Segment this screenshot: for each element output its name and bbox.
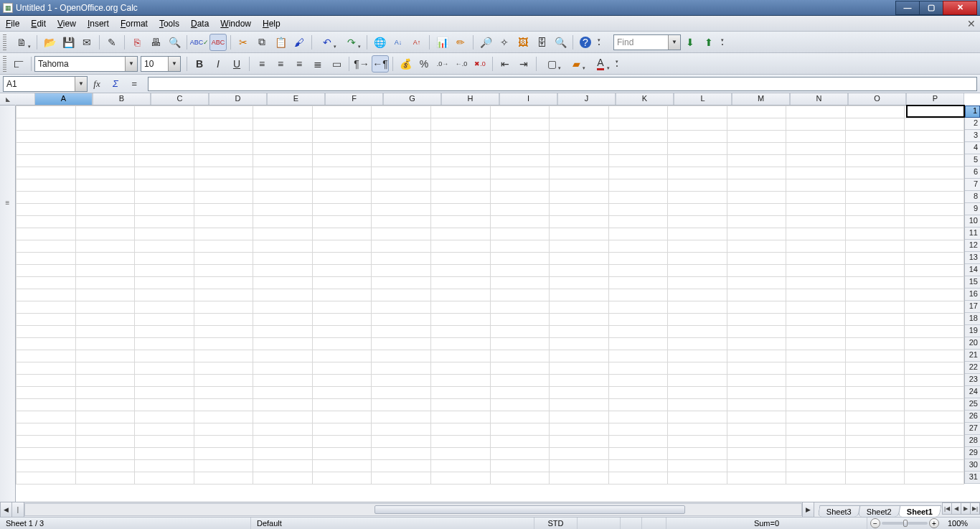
row-header-1[interactable]: 1 — [965, 106, 980, 118]
rtl-button[interactable]: ←¶ — [372, 55, 389, 72]
undo-button[interactable]: ↶ — [316, 34, 339, 51]
cell[interactable] — [75, 338, 135, 350]
cell[interactable] — [135, 131, 194, 143]
cell[interactable] — [135, 362, 194, 375]
cell[interactable] — [608, 131, 668, 143]
status-insert-mode[interactable]: STD — [534, 518, 578, 529]
cell[interactable] — [372, 216, 431, 228]
cell[interactable] — [905, 375, 964, 387]
cell[interactable] — [668, 362, 727, 375]
cell[interactable] — [253, 448, 313, 460]
row-header-16[interactable]: 16 — [965, 289, 980, 301]
cell[interactable] — [550, 314, 609, 326]
cell[interactable] — [135, 399, 194, 411]
zoom-out-button[interactable]: − — [870, 518, 880, 528]
cell[interactable] — [550, 375, 609, 387]
cell[interactable] — [194, 301, 253, 314]
print-button[interactable]: 🖶 — [147, 34, 164, 51]
cell[interactable] — [905, 265, 964, 277]
cell[interactable] — [135, 155, 194, 167]
underline-button[interactable]: U — [228, 55, 245, 72]
bgcolor-button[interactable]: ▰ — [565, 55, 588, 72]
cell[interactable] — [905, 106, 964, 118]
column-header-D[interactable]: D — [209, 93, 267, 105]
cell[interactable] — [786, 362, 846, 375]
cell[interactable] — [845, 448, 905, 460]
cell[interactable] — [550, 106, 609, 118]
column-header-B[interactable]: B — [93, 93, 151, 105]
cell[interactable] — [490, 118, 550, 131]
cell[interactable] — [845, 204, 905, 216]
cell[interactable] — [550, 362, 609, 375]
row-header-15[interactable]: 15 — [965, 276, 980, 289]
row-header-5[interactable]: 5 — [965, 154, 980, 167]
cell[interactable] — [845, 411, 905, 423]
cell[interactable] — [608, 192, 668, 204]
row-header-4[interactable]: 4 — [965, 142, 980, 154]
cell[interactable] — [135, 326, 194, 338]
cell[interactable] — [608, 460, 668, 472]
cell[interactable] — [253, 338, 313, 350]
cell[interactable] — [312, 106, 372, 118]
cell[interactable] — [253, 204, 313, 216]
cell[interactable] — [905, 301, 964, 314]
cell[interactable] — [845, 155, 905, 167]
cell[interactable] — [905, 448, 964, 460]
cell[interactable] — [312, 387, 372, 399]
cell[interactable] — [430, 338, 490, 350]
cell[interactable] — [490, 289, 550, 301]
cell[interactable] — [312, 326, 372, 338]
percent-button[interactable]: % — [415, 55, 433, 72]
cell[interactable] — [372, 399, 431, 411]
cell[interactable] — [905, 460, 964, 472]
cell[interactable] — [490, 375, 550, 387]
cell[interactable] — [550, 228, 609, 240]
cell[interactable] — [727, 216, 786, 228]
cell[interactable] — [905, 289, 964, 301]
cell[interactable] — [372, 265, 431, 277]
cell[interactable] — [253, 460, 313, 472]
cell[interactable] — [75, 216, 135, 228]
cell[interactable] — [490, 423, 550, 436]
row-header-6[interactable]: 6 — [965, 167, 980, 179]
borders-button[interactable]: ▢ — [540, 55, 563, 72]
cell[interactable] — [786, 301, 846, 314]
cell[interactable] — [845, 277, 905, 289]
cell[interactable] — [786, 375, 846, 387]
cell[interactable] — [727, 375, 786, 387]
cell[interactable] — [312, 253, 372, 265]
cell[interactable] — [608, 326, 668, 338]
cell[interactable] — [727, 314, 786, 326]
navigator-button[interactable]: ✧ — [496, 34, 513, 51]
cell[interactable] — [75, 387, 135, 399]
cell[interactable] — [550, 301, 609, 314]
cell[interactable] — [135, 240, 194, 253]
close-doc-icon[interactable]: ✕ — [967, 18, 976, 29]
sheet-tab-sheet2[interactable]: Sheet2 — [858, 505, 901, 517]
cell[interactable] — [75, 253, 135, 265]
cell[interactable] — [490, 167, 550, 179]
align-left-button[interactable]: ≡ — [253, 55, 270, 72]
cell[interactable] — [786, 240, 846, 253]
cell[interactable] — [312, 240, 372, 253]
status-zoom-value[interactable]: 100% — [942, 518, 974, 529]
cell[interactable] — [786, 411, 846, 423]
cell[interactable] — [727, 143, 786, 155]
cell[interactable] — [430, 204, 490, 216]
cell[interactable] — [786, 265, 846, 277]
cell[interactable] — [668, 216, 727, 228]
cell[interactable] — [550, 179, 609, 192]
cell[interactable] — [845, 423, 905, 436]
hscroll-left-button[interactable]: ◀ — [0, 502, 12, 517]
cell[interactable] — [372, 155, 431, 167]
find-next-button[interactable]: ⬇ — [682, 34, 699, 51]
column-header-E[interactable]: E — [267, 93, 325, 105]
cell[interactable] — [905, 436, 964, 448]
cell[interactable] — [490, 350, 550, 362]
edit-file-button[interactable]: ✎ — [103, 34, 121, 51]
cell[interactable] — [135, 265, 194, 277]
cell[interactable] — [194, 192, 253, 204]
cell[interactable] — [550, 423, 609, 436]
close-button[interactable]: ✕ — [943, 1, 977, 15]
cell[interactable] — [372, 350, 431, 362]
